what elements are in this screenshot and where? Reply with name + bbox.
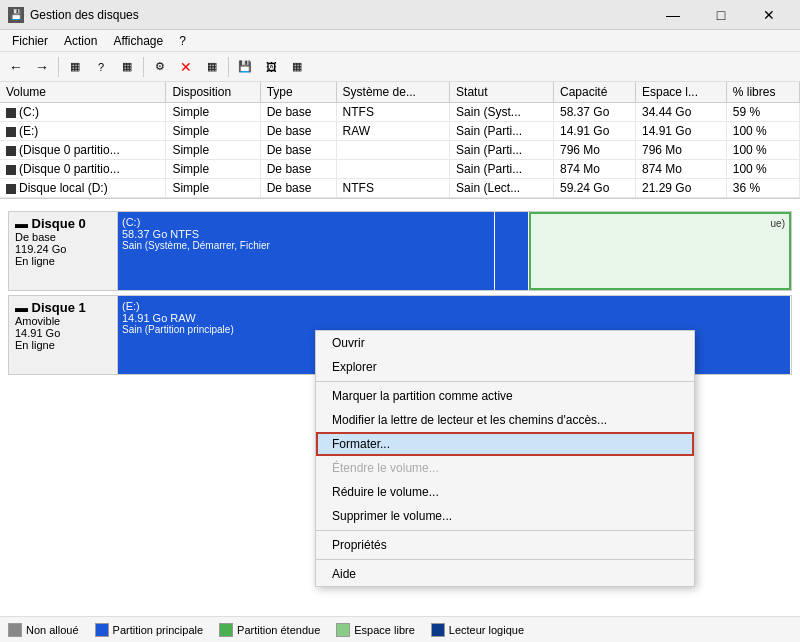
app-icon: 💾 [8, 7, 24, 23]
toolbar: ← → ▦ ? ▦ ⚙ ✕ ▦ 💾 🖼 ▦ [0, 52, 800, 82]
toolbar-btn-4[interactable]: ⚙ [148, 55, 172, 79]
maximize-button[interactable]: □ [698, 0, 744, 30]
menu-action[interactable]: Action [56, 32, 105, 50]
legend-etendue: Partition étendue [219, 623, 320, 637]
legend-label-libre: Espace libre [354, 624, 415, 636]
ctx-explorer[interactable]: Explorer [316, 355, 694, 379]
ctx-marquer[interactable]: Marquer la partition comme active [316, 384, 694, 408]
legend-logique: Lecteur logique [431, 623, 524, 637]
toolbar-delete[interactable]: ✕ [174, 55, 198, 79]
toolbar-btn-2[interactable]: ? [89, 55, 113, 79]
context-menu: Ouvrir Explorer Marquer la partition com… [315, 330, 695, 587]
main-content: Volume Disposition Type Système de... St… [0, 82, 800, 616]
menu-affichage[interactable]: Affichage [105, 32, 171, 50]
toolbar-sep-2 [143, 57, 144, 77]
ctx-sep-3 [316, 559, 694, 560]
ctx-supprimer[interactable]: Supprimer le volume... [316, 504, 694, 528]
legend-label-etendue: Partition étendue [237, 624, 320, 636]
legend-principale: Partition principale [95, 623, 204, 637]
legend-color-logique [431, 623, 445, 637]
legend-color-non-alloue [8, 623, 22, 637]
toolbar-btn-3[interactable]: ▦ [115, 55, 139, 79]
window-body: Fichier Action Affichage ? ← → ▦ ? ▦ ⚙ ✕… [0, 30, 800, 642]
legend-color-principale [95, 623, 109, 637]
ctx-etendre: Étendre le volume... [316, 456, 694, 480]
minimize-button[interactable]: — [650, 0, 696, 30]
toolbar-sep-1 [58, 57, 59, 77]
ctx-ouvrir[interactable]: Ouvrir [316, 331, 694, 355]
menu-bar: Fichier Action Affichage ? [0, 30, 800, 52]
toolbar-back[interactable]: ← [4, 55, 28, 79]
title-bar: 💾 Gestion des disques — □ ✕ [0, 0, 800, 30]
legend-color-libre [336, 623, 350, 637]
legend-libre: Espace libre [336, 623, 415, 637]
ctx-sep-1 [316, 381, 694, 382]
legend-label-logique: Lecteur logique [449, 624, 524, 636]
toolbar-btn-1[interactable]: ▦ [63, 55, 87, 79]
context-menu-overlay: Ouvrir Explorer Marquer la partition com… [0, 82, 800, 616]
status-bar: Non alloué Partition principale Partitio… [0, 616, 800, 642]
legend-color-etendue [219, 623, 233, 637]
ctx-reduire[interactable]: Réduire le volume... [316, 480, 694, 504]
toolbar-btn-8[interactable]: ▦ [285, 55, 309, 79]
close-button[interactable]: ✕ [746, 0, 792, 30]
ctx-proprietes[interactable]: Propriétés [316, 533, 694, 557]
toolbar-btn-5[interactable]: ▦ [200, 55, 224, 79]
legend-non-alloue: Non alloué [8, 623, 79, 637]
toolbar-btn-6[interactable]: 💾 [233, 55, 257, 79]
menu-fichier[interactable]: Fichier [4, 32, 56, 50]
menu-help[interactable]: ? [171, 32, 194, 50]
legend-label-principale: Partition principale [113, 624, 204, 636]
ctx-sep-2 [316, 530, 694, 531]
toolbar-sep-3 [228, 57, 229, 77]
legend-label-non-alloue: Non alloué [26, 624, 79, 636]
title-bar-controls: — □ ✕ [650, 0, 792, 30]
title-bar-title: Gestion des disques [30, 8, 650, 22]
ctx-formater[interactable]: Formater... [316, 432, 694, 456]
ctx-aide[interactable]: Aide [316, 562, 694, 586]
toolbar-btn-7[interactable]: 🖼 [259, 55, 283, 79]
toolbar-forward[interactable]: → [30, 55, 54, 79]
ctx-modifier[interactable]: Modifier la lettre de lecteur et les che… [316, 408, 694, 432]
